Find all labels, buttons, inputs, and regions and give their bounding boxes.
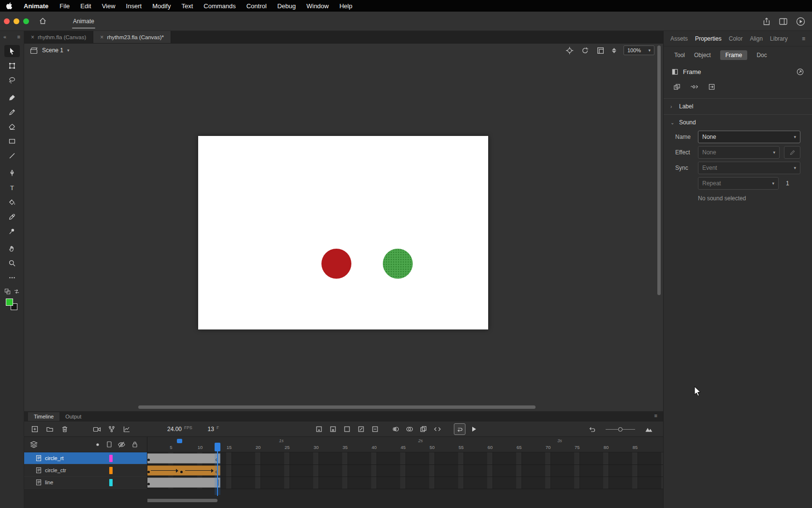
frames-span-circle-ctr[interactable]: [147, 465, 220, 476]
convert-frames-button[interactable]: [705, 81, 718, 92]
line-tool-button[interactable]: [4, 149, 20, 162]
subtab-frame[interactable]: Frame: [720, 50, 748, 60]
menu-window[interactable]: Window: [301, 2, 334, 10]
minimize-window-button[interactable]: [14, 18, 19, 24]
color-swatches[interactable]: [6, 299, 18, 311]
zoom-window-button[interactable]: [23, 18, 29, 24]
onion-skin-outlines-button[interactable]: [404, 423, 415, 435]
menu-file[interactable]: File: [54, 2, 75, 10]
add-camera-button[interactable]: [91, 423, 102, 435]
custom-ease-button[interactable]: [432, 423, 443, 435]
menu-help[interactable]: Help: [334, 2, 358, 10]
repeat-count-field[interactable]: 1: [783, 178, 800, 189]
more-tools-button[interactable]: [4, 271, 20, 284]
highlight-dot-icon[interactable]: [96, 443, 100, 447]
frame-grid[interactable]: [147, 452, 663, 489]
menu-control[interactable]: Control: [241, 2, 272, 10]
subtab-tool[interactable]: Tool: [674, 52, 685, 59]
tab-properties[interactable]: Properties: [695, 35, 722, 42]
timeline-hscrollbar[interactable]: [147, 499, 218, 502]
onion-skin-button[interactable]: [390, 423, 401, 435]
apple-menu-icon[interactable]: [0, 2, 18, 10]
current-frame-value[interactable]: 13: [208, 426, 214, 433]
subtab-doc[interactable]: Doc: [756, 52, 767, 59]
play-button[interactable]: [468, 423, 479, 435]
panel-menu-icon[interactable]: ≡: [802, 35, 805, 42]
tab-library[interactable]: Library: [770, 35, 788, 42]
collapse-panel-icon[interactable]: «: [3, 34, 6, 40]
layer-color-chip[interactable]: [109, 455, 113, 462]
zoom-stepper-icon[interactable]: [612, 48, 616, 53]
tab-output[interactable]: Output: [59, 412, 87, 421]
close-tab-icon[interactable]: ×: [100, 34, 103, 41]
menu-text[interactable]: Text: [176, 2, 198, 10]
clip-content-icon[interactable]: [596, 46, 605, 55]
layer-color-chip[interactable]: [109, 479, 113, 486]
menu-commands[interactable]: Commands: [198, 2, 241, 10]
edit-multiple-frames-button[interactable]: [418, 423, 429, 435]
rotation-icon[interactable]: [581, 46, 589, 55]
timeline-panel-menu-icon[interactable]: ≡: [654, 413, 657, 418]
share-icon[interactable]: [763, 17, 770, 26]
pencil-tool-button[interactable]: [4, 106, 20, 118]
scene-dropdown-icon[interactable]: ▾: [67, 48, 70, 53]
layer-parenting-button[interactable]: [106, 423, 117, 435]
menubar-app-name[interactable]: Animate: [18, 2, 54, 10]
home-icon[interactable]: [39, 17, 47, 25]
menu-debug[interactable]: Debug: [272, 2, 301, 10]
paint-bucket-tool-button[interactable]: [4, 196, 20, 208]
insert-keyframe-button[interactable]: [313, 423, 325, 435]
text-tool-button[interactable]: T: [4, 181, 20, 194]
zoom-tool-button[interactable]: [4, 257, 20, 269]
pin-tool-button[interactable]: [4, 225, 20, 237]
tools-panel-menu-icon[interactable]: ≡: [17, 34, 20, 40]
edit-sound-envelope-button[interactable]: [784, 146, 800, 159]
convert-symbol-icon[interactable]: [796, 68, 804, 76]
hand-tool-button[interactable]: [4, 242, 20, 254]
tab-timeline[interactable]: Timeline: [28, 412, 59, 421]
zoom-level-select[interactable]: 100% ▾: [624, 45, 654, 55]
playhead-line[interactable]: [217, 451, 218, 496]
loop-playback-button[interactable]: [454, 423, 465, 435]
lasso-tool-button[interactable]: [4, 74, 20, 86]
frame-view-options-button[interactable]: [643, 423, 654, 435]
keyframe-dot[interactable]: [147, 483, 150, 485]
playhead-handle[interactable]: [215, 443, 220, 451]
remove-frames-button[interactable]: [369, 423, 381, 435]
new-layer-button[interactable]: [29, 423, 41, 435]
keyframe-dot[interactable]: [180, 471, 183, 473]
doc-tab-rhythm[interactable]: × rhythm.fla (Canvas): [24, 31, 93, 43]
layer-depth-button[interactable]: [121, 423, 132, 435]
test-movie-play-icon[interactable]: [796, 17, 805, 26]
keyframe-dot[interactable]: [147, 459, 150, 461]
pen-tool-button[interactable]: [4, 167, 20, 179]
timeline-zoom-slider[interactable]: [606, 427, 635, 432]
tab-assets[interactable]: Assets: [670, 35, 688, 42]
workspace-layout-icon[interactable]: [779, 18, 787, 25]
sound-effect-select[interactable]: None ▾: [698, 146, 780, 159]
menu-view[interactable]: View: [97, 2, 121, 10]
selection-tool-button[interactable]: [4, 45, 20, 57]
sound-sync-select[interactable]: Event ▾: [698, 162, 800, 174]
brush-tool-button[interactable]: [4, 91, 20, 104]
layer-row-circle-ctr[interactable]: circle_ctr: [24, 464, 147, 477]
insert-blank-keyframe-button[interactable]: [327, 423, 339, 435]
eyedropper-tool-button[interactable]: [4, 210, 20, 223]
label-section-header[interactable]: › Label: [664, 100, 812, 113]
fill-color-swatch[interactable]: [6, 299, 13, 306]
ruler-marker[interactable]: [177, 439, 182, 443]
fps-value[interactable]: 24.00: [167, 426, 182, 433]
lock-icon[interactable]: [131, 441, 138, 448]
stage-canvas[interactable]: [198, 136, 488, 329]
snap-crosshair-icon[interactable]: [566, 46, 574, 55]
default-colors-icon[interactable]: [4, 288, 11, 295]
layer-color-chip[interactable]: [109, 467, 113, 474]
tab-align[interactable]: Align: [750, 35, 763, 42]
eraser-tool-button[interactable]: [4, 120, 20, 133]
outline-column-icon[interactable]: [106, 441, 112, 448]
red-circle-shape[interactable]: [321, 249, 351, 279]
keyframe-dot[interactable]: [147, 471, 150, 473]
doc-tab-rhythm23[interactable]: × rhythm23.fla (Canvas)*: [93, 31, 171, 43]
eye-slash-icon[interactable]: [117, 441, 126, 448]
menu-insert[interactable]: Insert: [121, 2, 147, 10]
